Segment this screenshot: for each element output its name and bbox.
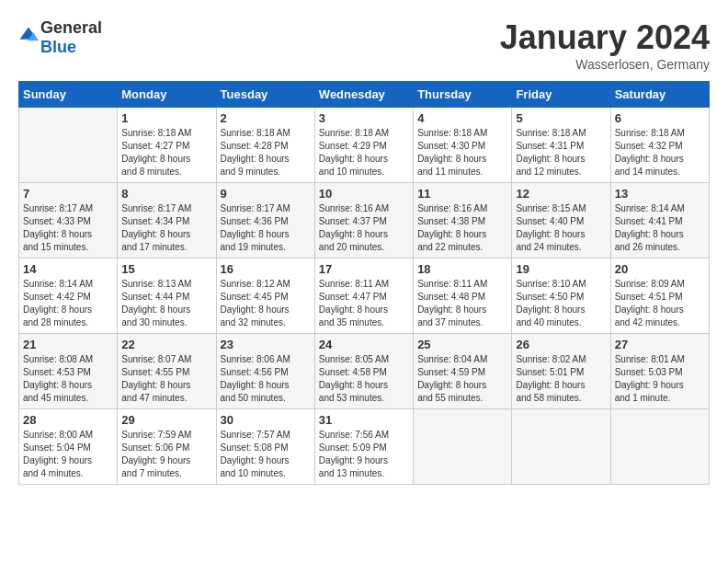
calendar-cell: 13Sunrise: 8:14 AMSunset: 4:41 PMDayligh…	[610, 183, 709, 259]
calendar-cell: 16Sunrise: 8:12 AMSunset: 4:45 PMDayligh…	[216, 259, 314, 334]
day-info: Sunrise: 8:14 AMSunset: 4:42 PMDaylight:…	[23, 278, 113, 329]
calendar-cell: 24Sunrise: 8:05 AMSunset: 4:58 PMDayligh…	[314, 334, 413, 409]
day-info: Sunrise: 8:08 AMSunset: 4:53 PMDaylight:…	[23, 353, 113, 405]
day-number: 21	[23, 338, 113, 351]
day-number: 20	[615, 262, 705, 276]
logo-text-blue: Blue	[40, 38, 76, 56]
column-header-sunday: Sunday	[19, 82, 118, 108]
day-info: Sunrise: 8:13 AMSunset: 4:44 PMDaylight:…	[121, 278, 211, 329]
day-number: 15	[121, 262, 211, 276]
calendar-cell: 31Sunrise: 7:56 AMSunset: 5:09 PMDayligh…	[314, 409, 413, 485]
day-number: 7	[23, 187, 113, 201]
day-number: 29	[121, 413, 211, 427]
day-info: Sunrise: 8:01 AMSunset: 5:03 PMDaylight:…	[615, 353, 705, 405]
calendar-cell: 18Sunrise: 8:11 AMSunset: 4:48 PMDayligh…	[414, 259, 512, 334]
day-info: Sunrise: 8:16 AMSunset: 4:38 PMDaylight:…	[417, 202, 507, 254]
day-number: 30	[221, 413, 311, 427]
day-info: Sunrise: 8:00 AMSunset: 5:04 PMDaylight:…	[23, 429, 113, 480]
calendar-cell: 27Sunrise: 8:01 AMSunset: 5:03 PMDayligh…	[610, 334, 709, 409]
logo-text-general: General	[40, 18, 102, 37]
calendar-cell: 30Sunrise: 7:57 AMSunset: 5:08 PMDayligh…	[216, 409, 314, 485]
calendar-cell	[414, 409, 512, 485]
day-info: Sunrise: 8:10 AMSunset: 4:50 PMDaylight:…	[516, 278, 606, 329]
calendar-cell: 6Sunrise: 8:18 AMSunset: 4:32 PMDaylight…	[610, 108, 709, 183]
calendar-cell: 7Sunrise: 8:17 AMSunset: 4:33 PMDaylight…	[19, 183, 118, 259]
column-header-thursday: Thursday	[414, 82, 512, 108]
calendar-cell: 28Sunrise: 8:00 AMSunset: 5:04 PMDayligh…	[19, 409, 118, 485]
calendar-cell: 23Sunrise: 8:06 AMSunset: 4:56 PMDayligh…	[216, 334, 314, 409]
calendar-cell: 2Sunrise: 8:18 AMSunset: 4:28 PMDaylight…	[216, 108, 314, 183]
day-info: Sunrise: 7:57 AMSunset: 5:08 PMDaylight:…	[221, 429, 311, 480]
day-info: Sunrise: 8:02 AMSunset: 5:01 PMDaylight:…	[516, 353, 606, 405]
column-header-monday: Monday	[118, 82, 216, 108]
day-info: Sunrise: 8:11 AMSunset: 4:48 PMDaylight:…	[417, 278, 507, 329]
day-number: 1	[121, 111, 211, 125]
calendar-cell	[19, 108, 118, 183]
day-number: 5	[516, 111, 606, 125]
calendar-cell: 9Sunrise: 8:17 AMSunset: 4:36 PMDaylight…	[216, 183, 314, 259]
day-number: 9	[221, 187, 311, 201]
day-number: 23	[221, 338, 311, 351]
column-header-tuesday: Tuesday	[216, 82, 314, 108]
calendar-cell	[610, 409, 709, 485]
day-number: 3	[319, 111, 409, 125]
day-info: Sunrise: 8:14 AMSunset: 4:41 PMDaylight:…	[615, 202, 705, 254]
day-info: Sunrise: 8:18 AMSunset: 4:32 PMDaylight:…	[615, 127, 705, 178]
calendar-cell: 21Sunrise: 8:08 AMSunset: 4:53 PMDayligh…	[19, 334, 118, 409]
calendar-cell: 29Sunrise: 7:59 AMSunset: 5:06 PMDayligh…	[118, 409, 216, 485]
day-info: Sunrise: 8:06 AMSunset: 4:56 PMDaylight:…	[221, 353, 311, 405]
calendar-cell: 10Sunrise: 8:16 AMSunset: 4:37 PMDayligh…	[314, 183, 413, 259]
day-number: 22	[121, 338, 211, 351]
calendar-table: SundayMondayTuesdayWednesdayThursdayFrid…	[18, 81, 710, 485]
day-info: Sunrise: 8:18 AMSunset: 4:29 PMDaylight:…	[319, 127, 409, 178]
day-number: 18	[417, 262, 507, 276]
calendar-cell	[512, 409, 610, 485]
day-info: Sunrise: 8:15 AMSunset: 4:40 PMDaylight:…	[516, 202, 606, 254]
calendar-cell: 22Sunrise: 8:07 AMSunset: 4:55 PMDayligh…	[118, 334, 216, 409]
day-info: Sunrise: 8:05 AMSunset: 4:58 PMDaylight:…	[319, 353, 409, 405]
day-info: Sunrise: 8:18 AMSunset: 4:28 PMDaylight:…	[221, 127, 311, 178]
day-number: 16	[221, 262, 311, 276]
calendar-cell: 15Sunrise: 8:13 AMSunset: 4:44 PMDayligh…	[118, 259, 216, 334]
day-info: Sunrise: 8:18 AMSunset: 4:30 PMDaylight:…	[417, 127, 507, 178]
day-info: Sunrise: 7:59 AMSunset: 5:06 PMDaylight:…	[121, 429, 211, 480]
day-info: Sunrise: 8:17 AMSunset: 4:33 PMDaylight:…	[23, 202, 113, 254]
calendar-cell: 17Sunrise: 8:11 AMSunset: 4:47 PMDayligh…	[314, 259, 413, 334]
day-info: Sunrise: 8:11 AMSunset: 4:47 PMDaylight:…	[319, 278, 409, 329]
logo-icon	[18, 26, 39, 46]
day-number: 2	[221, 111, 311, 125]
day-info: Sunrise: 7:56 AMSunset: 5:09 PMDaylight:…	[319, 429, 409, 480]
column-header-wednesday: Wednesday	[314, 82, 413, 108]
day-number: 12	[516, 187, 606, 201]
day-number: 19	[516, 262, 606, 276]
day-number: 11	[417, 187, 507, 201]
day-info: Sunrise: 8:09 AMSunset: 4:51 PMDaylight:…	[615, 278, 705, 329]
day-number: 8	[121, 187, 211, 201]
calendar-title: January 2024	[500, 18, 710, 57]
calendar-cell: 3Sunrise: 8:18 AMSunset: 4:29 PMDaylight…	[314, 108, 413, 183]
day-info: Sunrise: 8:18 AMSunset: 4:31 PMDaylight:…	[516, 127, 606, 178]
day-number: 26	[516, 338, 606, 351]
day-number: 6	[615, 111, 705, 125]
day-number: 25	[417, 338, 507, 351]
day-number: 17	[319, 262, 409, 276]
day-info: Sunrise: 8:12 AMSunset: 4:45 PMDaylight:…	[221, 278, 311, 329]
column-header-saturday: Saturday	[610, 82, 709, 108]
day-info: Sunrise: 8:07 AMSunset: 4:55 PMDaylight:…	[121, 353, 211, 405]
day-number: 24	[319, 338, 409, 351]
day-info: Sunrise: 8:16 AMSunset: 4:37 PMDaylight:…	[319, 202, 409, 254]
calendar-cell: 11Sunrise: 8:16 AMSunset: 4:38 PMDayligh…	[414, 183, 512, 259]
day-number: 13	[615, 187, 705, 201]
column-header-friday: Friday	[512, 82, 610, 108]
calendar-cell: 25Sunrise: 8:04 AMSunset: 4:59 PMDayligh…	[414, 334, 512, 409]
page-header: General Blue January 2024 Wasserlosen, G…	[18, 18, 710, 72]
calendar-cell: 14Sunrise: 8:14 AMSunset: 4:42 PMDayligh…	[19, 259, 118, 334]
calendar-subtitle: Wasserlosen, Germany	[500, 57, 710, 72]
day-number: 27	[615, 338, 705, 351]
calendar-cell: 26Sunrise: 8:02 AMSunset: 5:01 PMDayligh…	[512, 334, 610, 409]
logo: General Blue	[18, 18, 102, 57]
calendar-cell: 20Sunrise: 8:09 AMSunset: 4:51 PMDayligh…	[610, 259, 709, 334]
day-number: 31	[319, 413, 409, 427]
calendar-cell: 5Sunrise: 8:18 AMSunset: 4:31 PMDaylight…	[512, 108, 610, 183]
day-number: 10	[319, 187, 409, 201]
